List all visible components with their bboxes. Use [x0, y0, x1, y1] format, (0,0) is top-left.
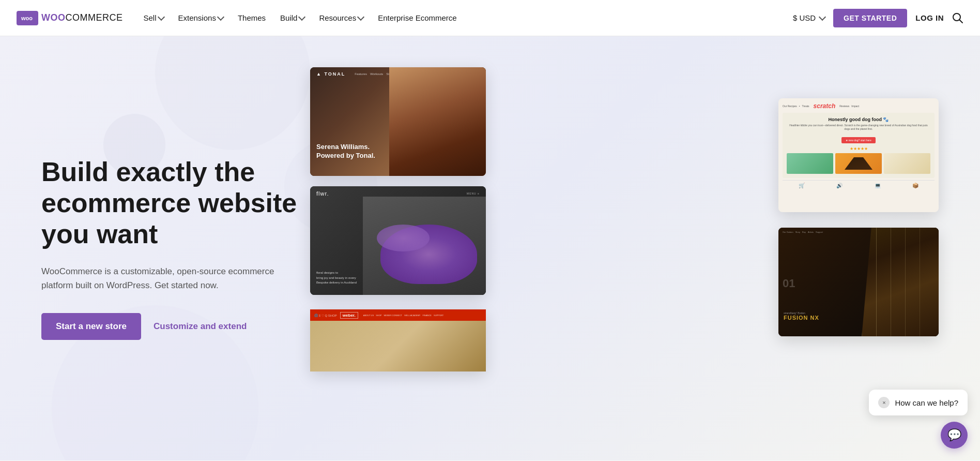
logo-icon: woo — [17, 11, 38, 25]
weber-logo: weber. — [340, 312, 358, 319]
weber-nav: ABOUT US SHOP WEBER CONNECT SKILL ACADEM… — [363, 314, 444, 317]
tonal-person-image — [389, 67, 486, 176]
weber-topbar: 🌐 ≡ ♡ Q SHOP weber. ABOUT US SHOP WEBER … — [310, 309, 486, 321]
navbar-right: $ USD GET STARTED LOG IN — [793, 9, 963, 27]
currency-selector[interactable]: $ USD — [793, 13, 825, 22]
scratch-description: Healthier kibble you can trust—delivered… — [787, 124, 930, 131]
strandberg-nav: Our Guitars Story Buy Artists Support — [778, 231, 939, 233]
start-store-button[interactable]: Start a new store — [41, 313, 141, 340]
tonal-frame: ▲ TONAL Features Workouts Stories Done P… — [310, 67, 486, 176]
get-started-button[interactable]: GET STARTED — [833, 9, 907, 27]
currency-chevron-icon — [819, 13, 826, 21]
nav-resources[interactable]: Resources — [313, 9, 370, 26]
screenshot-flwr: flwr. MENU ≡ floral designs tobring joy … — [310, 186, 486, 295]
scratch-cta: ★ new dog? start here — [841, 137, 876, 143]
flwr-frame: flwr. MENU ≡ floral designs tobring joy … — [310, 186, 486, 295]
build-chevron-icon — [298, 13, 305, 21]
scratch-headline: Honestly good dog food 🐾 — [787, 117, 930, 122]
chat-widget: × How can we help? 💬 — [869, 390, 968, 449]
navbar: woo WOOCOMMERCE Sell Extensions Themes B… — [0, 0, 980, 36]
customize-extend-link[interactable]: Customize and extend — [154, 321, 247, 332]
hero-title: Build exactly the ecommerce website you … — [41, 157, 300, 249]
nav-enterprise[interactable]: Enterprise Ecommerce — [372, 9, 463, 26]
nav-extensions[interactable]: Extensions — [172, 9, 229, 26]
chat-icon: 💬 — [947, 428, 961, 442]
flwr-menu: MENU ≡ — [467, 192, 480, 195]
hero-section: Build exactly the ecommerce website you … — [0, 36, 980, 460]
logo[interactable]: woo WOOCOMMERCE — [17, 11, 123, 25]
extensions-chevron-icon — [217, 13, 224, 21]
nav-themes[interactable]: Themes — [232, 9, 272, 26]
sell-chevron-icon — [157, 13, 164, 21]
strandberg-number: 01 — [783, 277, 795, 290]
navbar-left: woo WOOCOMMERCE Sell Extensions Themes B… — [17, 9, 793, 26]
strandberg-frame: Our Guitars Story Buy Artists Support 01… — [778, 228, 939, 336]
scratch-footer: 🛒 🔊 💻 📦 — [783, 180, 935, 189]
screenshot-tonal: ▲ TONAL Features Workouts Stories Done P… — [310, 67, 486, 176]
nav-links: Sell Extensions Themes Build Resources E… — [137, 9, 463, 26]
weber-content — [310, 321, 486, 371]
scratch-frame: Our Recipes • Treats scratch Reviews Imp… — [778, 98, 939, 212]
weber-frame: 🌐 ≡ ♡ Q SHOP weber. ABOUT US SHOP WEBER … — [310, 309, 486, 371]
login-button[interactable]: LOG IN — [915, 13, 944, 22]
search-button[interactable] — [952, 12, 963, 24]
nav-build[interactable]: Build — [274, 9, 311, 26]
scratch-nav: Our Recipes • Treats scratch Reviews Imp… — [783, 102, 935, 110]
resources-chevron-icon — [357, 13, 364, 21]
chat-open-button[interactable]: 💬 — [941, 422, 968, 449]
tonal-headline: Serena Williams. Powered by Tonal. — [316, 143, 375, 160]
flwr-text: floral designs tobring joy and beauty in… — [316, 271, 357, 286]
svg-text:woo: woo — [21, 15, 33, 21]
scratch-product-image-3 — [884, 153, 930, 174]
scratch-product-image-1 — [787, 153, 833, 174]
scratch-images — [787, 153, 930, 174]
screenshot-weber: 🌐 ≡ ♡ Q SHOP weber. ABOUT US SHOP WEBER … — [310, 309, 486, 371]
hero-content: Build exactly the ecommerce website you … — [41, 157, 310, 340]
logo-text: WOOCOMMERCE — [41, 12, 123, 23]
flwr-logo: flwr. — [316, 190, 329, 197]
hero-buttons: Start a new store Customize and extend — [41, 313, 310, 340]
scratch-product-image-2 — [835, 153, 882, 174]
chat-bubble: × How can we help? — [869, 390, 968, 415]
flwr-nav: flwr. MENU ≡ — [316, 190, 480, 197]
tonal-logo: ▲ TONAL — [316, 71, 345, 77]
nav-sell[interactable]: Sell — [137, 9, 170, 26]
svg-line-3 — [960, 20, 963, 23]
screenshot-scratch: Our Recipes • Treats scratch Reviews Imp… — [778, 98, 939, 212]
screenshot-strandberg: Our Guitars Story Buy Artists Support 01… — [778, 228, 939, 336]
hero-screenshots: ▲ TONAL Features Workouts Stories Done P… — [310, 67, 939, 429]
scratch-stars: ★★★★★ — [787, 146, 930, 151]
chat-close-button[interactable]: × — [878, 397, 890, 408]
strandberg-headline: strandberg° Boden FUSION NX — [784, 311, 819, 321]
scratch-content: Honestly good dog food 🐾 Healthier kibbl… — [783, 113, 935, 178]
chat-bubble-text: How can we help? — [895, 398, 958, 407]
flwr-flower-1 — [377, 225, 430, 252]
scratch-logo: scratch — [814, 102, 836, 110]
hero-subtitle: WooCommerce is a customizable, open-sour… — [41, 264, 289, 292]
